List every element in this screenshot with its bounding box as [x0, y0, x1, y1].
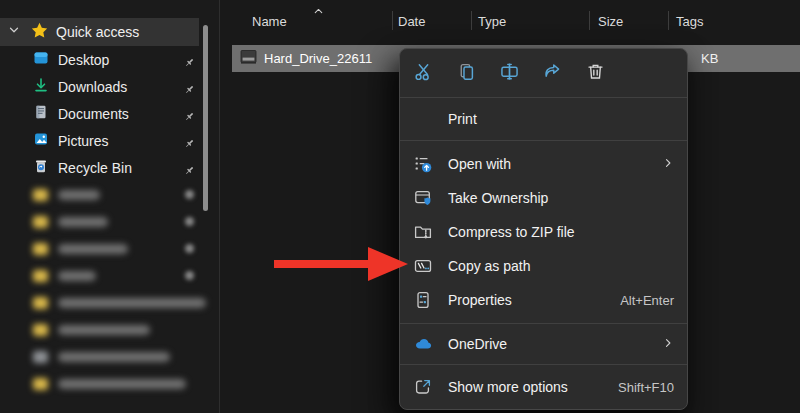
- red-arrow-annotation: [274, 247, 408, 285]
- menu-item-onedrive[interactable]: OneDrive: [400, 327, 687, 361]
- folder-icon: [33, 243, 48, 255]
- downloads-icon: [33, 77, 49, 97]
- sidebar-item-redacted[interactable]: [0, 181, 219, 208]
- folder-icon: [33, 270, 48, 282]
- show-more-options-icon: [413, 377, 433, 397]
- properties-icon: [413, 290, 433, 310]
- sidebar-item-redacted[interactable]: [0, 370, 219, 397]
- recycle-bin-icon: [33, 158, 49, 178]
- column-divider[interactable]: [471, 11, 472, 30]
- share-button[interactable]: [531, 55, 574, 91]
- sidebar-item-redacted[interactable]: [0, 235, 219, 262]
- quick-access-label: Quick access: [56, 24, 139, 40]
- menu-item-compress-zip[interactable]: Compress to ZIP file: [400, 215, 687, 249]
- pin-icon: [185, 271, 194, 280]
- take-ownership-icon: [413, 188, 433, 208]
- column-header-tags[interactable]: Tags: [676, 14, 703, 29]
- file-name: Hard_Drive_22611: [264, 51, 372, 66]
- context-menu: Print Open with Take Ownership: [399, 48, 688, 410]
- chevron-down-icon[interactable]: [7, 23, 21, 41]
- submenu-chevron-icon: [662, 156, 674, 172]
- folder-icon: [33, 216, 48, 228]
- pin-icon: [185, 217, 194, 226]
- shortcut-label: Shift+F10: [618, 380, 674, 395]
- copy-button[interactable]: [445, 55, 488, 91]
- zip-folder-icon: [413, 222, 433, 242]
- sidebar-item-desktop[interactable]: Desktop: [0, 46, 219, 73]
- pin-icon: [185, 244, 194, 253]
- menu-item-open-with[interactable]: Open with: [400, 147, 687, 181]
- submenu-chevron-icon: [662, 336, 674, 352]
- onedrive-icon: [413, 334, 433, 354]
- sidebar-item-quick-access[interactable]: Quick access: [0, 18, 199, 46]
- sidebar-item-recycle-bin[interactable]: Recycle Bin: [0, 154, 219, 181]
- menu-item-take-ownership[interactable]: Take Ownership: [400, 181, 687, 215]
- menu-item-properties[interactable]: Properties Alt+Enter: [400, 283, 687, 317]
- sidebar-scrollbar[interactable]: [203, 25, 208, 211]
- pin-icon: [184, 162, 195, 180]
- sidebar-items: Desktop Downloads Documents: [0, 46, 219, 397]
- column-header-size[interactable]: Size: [598, 14, 623, 29]
- open-with-icon: [413, 154, 433, 174]
- drive-file-icon: [240, 49, 257, 69]
- copy-icon: [456, 61, 477, 86]
- folder-icon: [33, 378, 48, 390]
- copy-as-path-icon: [413, 256, 433, 276]
- sidebar-item-redacted[interactable]: [0, 316, 219, 343]
- column-header-name[interactable]: Name: [252, 14, 287, 29]
- column-divider[interactable]: [392, 11, 393, 30]
- menu-item-show-more-options[interactable]: Show more options Shift+F10: [400, 370, 687, 404]
- folder-icon: [33, 324, 48, 336]
- sort-ascending-icon: [312, 4, 325, 22]
- pictures-icon: [33, 131, 49, 151]
- pin-icon: [184, 135, 195, 153]
- sidebar-item-redacted[interactable]: [0, 262, 219, 289]
- sidebar-item-redacted[interactable]: [0, 343, 219, 370]
- navigation-pane: Quick access Desktop Downloads: [0, 0, 219, 413]
- cut-button[interactable]: [402, 55, 445, 91]
- sidebar-item-redacted[interactable]: [0, 289, 219, 316]
- pin-icon: [184, 54, 195, 72]
- desktop-icon: [33, 50, 49, 70]
- rename-icon: [499, 61, 520, 86]
- column-divider[interactable]: [589, 11, 590, 30]
- file-size-partial: KB: [701, 51, 718, 66]
- sidebar-item-documents[interactable]: Documents: [0, 100, 219, 127]
- menu-item-copy-as-path[interactable]: Copy as path: [400, 249, 687, 283]
- documents-icon: [33, 104, 49, 124]
- pin-icon: [184, 108, 195, 126]
- pin-icon: [184, 81, 195, 99]
- pin-icon: [185, 190, 194, 199]
- column-header-type[interactable]: Type: [478, 14, 506, 29]
- folder-icon: [33, 297, 48, 309]
- delete-button[interactable]: [574, 55, 617, 91]
- rename-button[interactable]: [488, 55, 531, 91]
- sidebar-item-redacted[interactable]: [0, 208, 219, 235]
- drive-icon: [33, 351, 48, 363]
- trash-icon: [585, 61, 606, 86]
- folder-icon: [33, 189, 48, 201]
- sidebar-item-downloads[interactable]: Downloads: [0, 73, 219, 100]
- context-menu-quick-actions: [400, 49, 687, 97]
- column-header-date[interactable]: Date: [398, 14, 425, 29]
- shortcut-label: Alt+Enter: [620, 293, 674, 308]
- column-divider[interactable]: [668, 11, 669, 30]
- cut-icon: [413, 61, 434, 86]
- share-icon: [542, 61, 563, 86]
- sidebar-item-pictures[interactable]: Pictures: [0, 127, 219, 154]
- menu-item-print[interactable]: Print: [400, 98, 687, 140]
- file-explorer-window: Quick access Desktop Downloads: [0, 0, 800, 413]
- star-icon: [31, 22, 48, 43]
